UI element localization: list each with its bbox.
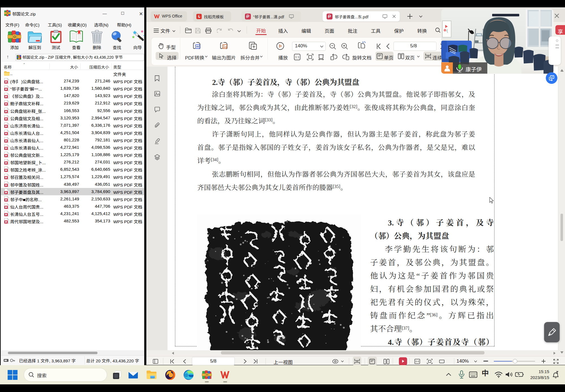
svg-text:1:1: 1:1 [295,56,299,59]
